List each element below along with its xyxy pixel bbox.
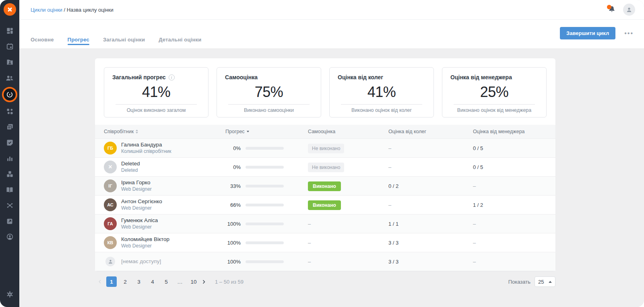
user-avatar[interactable]: [623, 4, 635, 16]
stat-title: Оцінка від колег: [338, 74, 383, 80]
manager-review-count: –: [473, 240, 555, 246]
per-page-value: 25: [538, 279, 544, 285]
divider: [341, 104, 422, 105]
page-button-4[interactable]: 4: [147, 276, 158, 287]
progress-cell: 0%: [225, 145, 308, 151]
table-row[interactable]: КВ Коломийцев ВікторWeb Designer 100% – …: [95, 233, 555, 252]
peer-review-count: 0 / 2: [388, 183, 473, 189]
tab-overall-scores[interactable]: Загальні оцінки: [103, 37, 145, 48]
notifications-bell-icon[interactable]: [608, 5, 617, 14]
more-actions-button[interactable]: •••: [623, 29, 635, 38]
self-review-status: Не виконано: [308, 144, 344, 153]
employee-cell[interactable]: ГА Гуменюк АлісаWeb Designer: [95, 217, 225, 230]
employee-name: Гуменюк Аліса: [121, 217, 158, 224]
notification-badge: [607, 5, 611, 9]
self-review-status: –: [308, 240, 311, 246]
stat-card-peer-review: Оцінка від колег 41% Виконано оцінок від…: [329, 67, 434, 117]
employee-role: Колишній співробітник: [121, 148, 171, 155]
employee-role: Deleted: [121, 167, 140, 174]
employee-cell[interactable]: КВ Коломийцев ВікторWeb Designer: [95, 236, 225, 249]
sidebar-item-account[interactable]: [2, 229, 18, 245]
employee-role: Web Designer: [121, 224, 158, 231]
page-button-10[interactable]: 10: [188, 276, 199, 287]
breadcrumb-separator: /: [62, 7, 67, 13]
app-logo-icon[interactable]: [4, 3, 16, 16]
topbar: Цикли оцінки / Назва циклу оцінки: [19, 0, 644, 20]
self-review-status: Не виконано: [308, 163, 344, 172]
avatar: АС: [104, 198, 117, 211]
sidebar-item-network[interactable]: [2, 198, 18, 213]
next-page-button[interactable]: [199, 276, 208, 287]
manager-review-count: 0 / 5: [473, 145, 555, 151]
progress-bar: [246, 260, 284, 263]
sidebar-item-objectives[interactable]: [2, 103, 18, 119]
progress-bar: [246, 166, 284, 169]
progress-percent: 0%: [225, 164, 241, 170]
table-row[interactable]: ГА Гуменюк АлісаWeb Designer 100% – 1 / …: [95, 214, 555, 233]
progress-cell: 100%: [225, 259, 308, 265]
employee-name: Коломийцев Віктор: [121, 236, 169, 243]
employee-cell[interactable]: АС Антон СергієнкоWeb Designer: [95, 198, 225, 211]
progress-bar: [246, 185, 284, 187]
column-header-employee[interactable]: Співробітник: [95, 129, 225, 134]
table-row[interactable]: АС Антон СергієнкоWeb Designer 66% Викон…: [95, 195, 555, 214]
table-row[interactable]: × DeletedDeleted 0% Не виконано – 0 / 5: [95, 157, 555, 176]
employee-cell[interactable]: [немає доступу]: [95, 257, 225, 266]
page-button-3[interactable]: 3: [134, 276, 144, 287]
progress-percent: 33%: [225, 183, 241, 189]
sidebar-item-employees[interactable]: [2, 54, 18, 70]
progress-bar: [246, 241, 284, 244]
progress-percent: 100%: [225, 240, 241, 246]
stat-title: Оцінка від менеджера: [450, 74, 512, 80]
column-label: Оцінка від колег: [388, 129, 426, 134]
sidebar-item-news[interactable]: [2, 119, 18, 135]
employee-cell[interactable]: × DeletedDeleted: [95, 161, 225, 173]
sidebar-item-assets[interactable]: [2, 166, 18, 182]
stat-value: 41%: [112, 84, 200, 101]
avatar: ГА: [104, 217, 117, 230]
finish-cycle-button[interactable]: Завершити цикл: [560, 27, 615, 39]
sidebar-item-analytics[interactable]: [2, 150, 18, 166]
column-label: Співробітник: [104, 129, 134, 134]
sidebar-item-settings[interactable]: [2, 286, 18, 302]
sidebar-item-external-link[interactable]: [2, 213, 18, 229]
page-button-2[interactable]: 2: [120, 276, 130, 287]
tab-detailed-scores[interactable]: Детальні оцінки: [159, 37, 201, 48]
employee-cell[interactable]: ІГ Ірина ГоркоWeb Designer: [95, 179, 225, 192]
stat-value: 25%: [450, 84, 538, 101]
employee-name: Антон Сергієнко: [121, 198, 162, 205]
table-row[interactable]: ІГ Ірина ГоркоWeb Designer 33% Виконано …: [95, 176, 555, 195]
progress-bar: [246, 223, 284, 225]
page-button-1[interactable]: 1: [106, 276, 117, 287]
tab-progress[interactable]: Прогрес: [68, 37, 89, 48]
breadcrumb-link-cycles[interactable]: Цикли оцінки: [31, 7, 62, 13]
sidebar-item-dashboard[interactable]: [2, 23, 18, 39]
sidebar-item-performance[interactable]: [2, 86, 18, 103]
divider: [454, 104, 535, 105]
manager-review-count: 0 / 5: [473, 164, 555, 170]
per-page-select[interactable]: 25: [535, 276, 555, 287]
sidebar-item-calendar[interactable]: [2, 39, 18, 54]
info-icon[interactable]: i: [169, 74, 175, 80]
stat-card-self-review: Самооцінка 75% Виконано самооцінки: [217, 67, 321, 117]
page-button-5[interactable]: 5: [161, 276, 171, 287]
table-row[interactable]: ГБ Галина БандураКолишній співробітник 0…: [95, 138, 555, 157]
divider: [228, 104, 310, 105]
breadcrumb: Цикли оцінки / Назва циклу оцінки: [31, 7, 114, 13]
prev-page-button[interactable]: [95, 276, 105, 287]
self-review-status: Виконано: [308, 200, 341, 210]
progress-bar: [246, 204, 284, 206]
employee-name: Ірина Горко: [121, 179, 152, 186]
table-row[interactable]: [немає доступу] 100% – 3 / 3 –: [95, 252, 555, 271]
tab-main[interactable]: Основне: [31, 37, 54, 48]
app-window: Цикли оцінки / Назва циклу оцінки Основн…: [0, 0, 644, 307]
sidebar-item-tasks[interactable]: [2, 135, 18, 150]
sidebar-item-knowledge-base[interactable]: [2, 182, 18, 198]
page-ellipsis: …: [175, 276, 185, 287]
progress-percent: 100%: [225, 259, 241, 265]
column-header-progress[interactable]: Прогрес: [225, 129, 308, 134]
sidebar: [0, 0, 19, 307]
employee-cell[interactable]: ГБ Галина БандураКолишній співробітник: [95, 142, 225, 155]
sidebar-item-people[interactable]: [2, 70, 18, 86]
avatar: [105, 257, 115, 266]
